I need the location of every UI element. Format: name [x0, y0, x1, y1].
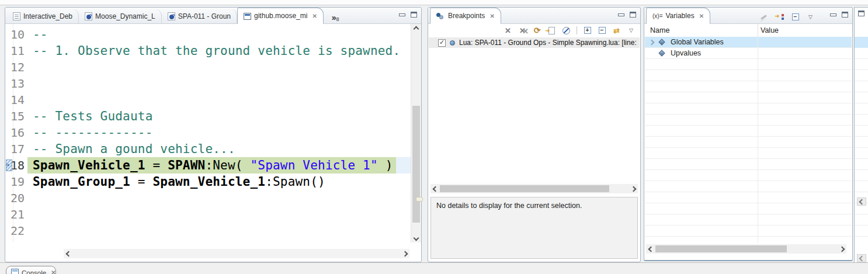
variables-empty-row[interactable]: [645, 203, 852, 214]
variables-empty-row[interactable]: [645, 148, 852, 159]
editor-tab-Interactive_Deb[interactable]: Interactive_Deb: [7, 9, 79, 23]
variables-empty-row[interactable]: [645, 92, 852, 103]
clipped-toolbar-strip: [0, 0, 868, 5]
editor-tab-SPA-011 - Groun[interactable]: SPA-011 - Groun: [162, 9, 237, 23]
code-line-11[interactable]: -- 1. Observe that the ground vehicle is…: [27, 43, 411, 59]
code-line-17[interactable]: -- Spawn a gound vehicle...: [27, 141, 411, 157]
view-menu-button[interactable]: ▽: [627, 26, 636, 35]
variables-empty-row[interactable]: [645, 81, 852, 92]
breakpoints-horizontal-scrollbar[interactable]: [430, 184, 638, 193]
editor-vertical-scrollbar[interactable]: [411, 24, 421, 242]
show-supported-breakpoints-button[interactable]: ⟳: [533, 26, 541, 35]
scroll-right-icon[interactable]: [629, 184, 638, 193]
variables-empty-row[interactable]: [645, 70, 852, 81]
code-line-14[interactable]: [27, 92, 411, 108]
scroll-down-icon[interactable]: [411, 233, 421, 242]
variables-empty-row[interactable]: [645, 103, 852, 115]
collapse-all-button[interactable]: −: [598, 26, 606, 35]
variables-empty-row[interactable]: [645, 59, 852, 70]
tab-breakpoints[interactable]: Breakpoints ✕: [430, 8, 501, 24]
scroll-left-icon[interactable]: [64, 249, 73, 258]
remove-breakpoint-button[interactable]: ✕: [504, 26, 512, 35]
collapse-all-button[interactable]: −: [791, 12, 800, 22]
code-token: "Spawn Vehicle 1": [250, 158, 377, 172]
variables-empty-row[interactable]: [645, 159, 852, 170]
breakpoint-checkbox[interactable]: [438, 39, 446, 47]
variables-empty-row[interactable]: [645, 115, 852, 126]
code-line-21[interactable]: [27, 206, 411, 223]
variables-empty-row[interactable]: [645, 214, 852, 226]
code-line-18[interactable]: Spawn_Vehicle_1 = SPAWN:New( "Spawn Vehi…: [27, 157, 411, 174]
code-line-16[interactable]: -- -------------: [27, 124, 411, 141]
code-line-13[interactable]: [27, 75, 411, 92]
variables-empty-row[interactable]: [645, 226, 852, 237]
maximize-icon[interactable]: [411, 12, 417, 18]
minimize-icon[interactable]: [399, 13, 405, 16]
code-editor[interactable]: 1011121314151617181920212223 ---- 1. Obs…: [5, 24, 411, 242]
breakpoint-row[interactable]: Lua: SPA-011 - Ground Ops - Simple Spawn…: [429, 37, 640, 48]
variables-empty-row[interactable]: [645, 170, 852, 181]
code-line-12[interactable]: [27, 59, 411, 75]
code-token: ): [378, 158, 393, 172]
scroll-right-icon[interactable]: [837, 244, 846, 254]
scroll-left-icon[interactable]: [430, 184, 440, 193]
text-file-icon: [13, 12, 20, 20]
minimize-icon[interactable]: [618, 13, 624, 16]
maximize-icon[interactable]: [858, 11, 864, 16]
variables-horizontal-scrollbar[interactable]: [646, 244, 846, 254]
editor-tab-Moose_Dynamic_L[interactable]: Moose_Dynamic_L: [79, 9, 162, 23]
scrollbar-thumb[interactable]: [412, 106, 420, 223]
expand-chevron-icon[interactable]: [649, 40, 655, 46]
view-menu-button[interactable]: ▽: [806, 12, 815, 22]
show-type-names-button[interactable]: [759, 12, 768, 22]
go-to-file-button[interactable]: [547, 26, 556, 35]
editor-tab-github.moose_mi[interactable]: github.moose_mi✕: [237, 8, 324, 24]
scroll-left-icon[interactable]: [857, 197, 866, 206]
remove-all-breakpoints-button[interactable]: ✕: [518, 26, 527, 35]
code-line-20[interactable]: [27, 190, 411, 206]
variables-empty-row[interactable]: [645, 137, 852, 148]
code-line-23[interactable]: [27, 239, 411, 242]
scroll-left-icon[interactable]: [646, 244, 655, 254]
column-header-name[interactable]: Name: [650, 26, 669, 34]
minimize-icon[interactable]: [830, 13, 836, 16]
column-divider[interactable]: [758, 24, 758, 37]
remove-icon: ✕: [505, 27, 511, 34]
skip-all-breakpoints-button[interactable]: [562, 26, 571, 35]
code-lines[interactable]: ---- 1. Observe that the ground vehicle …: [27, 26, 411, 242]
code-line-19[interactable]: Spawn_Group_1 = Spawn_Vehicle_1:Spawn(): [27, 174, 411, 190]
variables-row-global-variables[interactable]: Global Variables: [645, 37, 852, 48]
code-line-15[interactable]: -- Tests Gudauta: [27, 108, 411, 124]
code-line-10[interactable]: --: [27, 26, 411, 43]
variables-row-upvalues[interactable]: Upvalues: [645, 48, 852, 59]
variables-empty-row[interactable]: [645, 192, 852, 203]
tab-overflow-chevron[interactable]: »8: [332, 12, 339, 23]
close-tab-icon[interactable]: ✕: [489, 13, 494, 19]
variables-empty-row[interactable]: [645, 181, 852, 192]
editor-panel: Interactive_DebMoose_Dynamic_LSPA-011 - …: [5, 7, 422, 262]
show-logical-structure-button[interactable]: [775, 12, 784, 22]
sash-grip[interactable]: [416, 197, 423, 202]
scrollbar-thumb[interactable]: [655, 245, 787, 252]
link-with-debug-button[interactable]: ⇄: [612, 26, 621, 35]
close-tab-icon[interactable]: ✕: [51, 269, 55, 274]
maximize-icon[interactable]: [842, 12, 848, 18]
close-tab-icon[interactable]: ✕: [699, 13, 704, 19]
column-divider: [758, 48, 758, 58]
editor-horizontal-scrollbar[interactable]: [64, 249, 409, 258]
maximize-icon[interactable]: [630, 12, 636, 18]
variables-table-header: Name Value: [645, 24, 852, 37]
scroll-left-icon[interactable]: [857, 254, 866, 262]
scroll-right-icon[interactable]: [400, 249, 409, 258]
variables-empty-row[interactable]: [645, 126, 852, 137]
close-tab-icon[interactable]: ✕: [312, 13, 317, 19]
column-header-value[interactable]: Value: [761, 26, 779, 34]
variables-empty-row[interactable]: [645, 237, 852, 243]
scroll-up-icon[interactable]: [411, 24, 421, 33]
collapse-all-icon: −: [599, 27, 606, 34]
code-line-22[interactable]: [27, 223, 411, 239]
tab-console[interactable]: Console ✕: [6, 266, 56, 274]
expand-all-button[interactable]: +: [583, 26, 592, 35]
tab-variables[interactable]: (x)= Variables ✕: [646, 8, 710, 24]
scrollbar-thumb[interactable]: [440, 185, 609, 192]
